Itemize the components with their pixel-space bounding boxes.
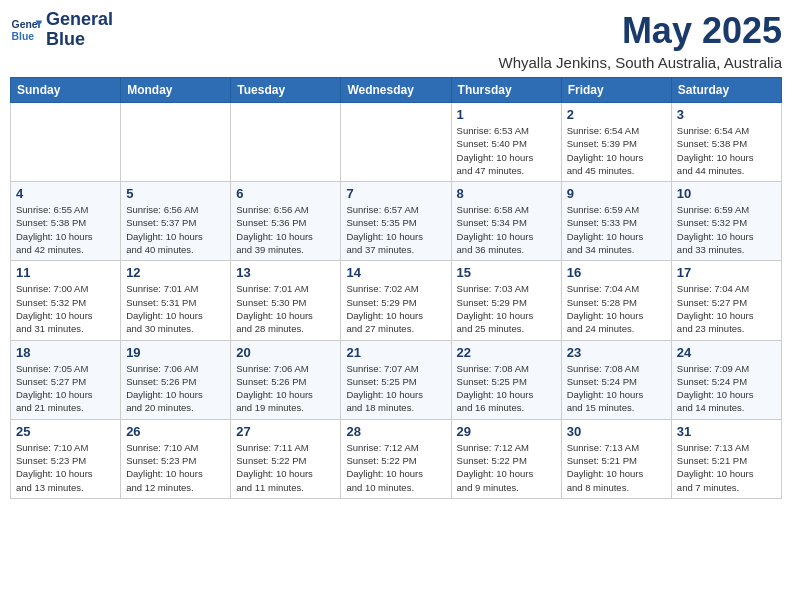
day-number: 7	[346, 186, 445, 201]
day-number: 13	[236, 265, 335, 280]
logo-text: GeneralBlue	[46, 10, 113, 50]
calendar-cell: 29Sunrise: 7:12 AM Sunset: 5:22 PM Dayli…	[451, 419, 561, 498]
calendar-cell: 10Sunrise: 6:59 AM Sunset: 5:32 PM Dayli…	[671, 182, 781, 261]
calendar-cell: 26Sunrise: 7:10 AM Sunset: 5:23 PM Dayli…	[121, 419, 231, 498]
day-header-wednesday: Wednesday	[341, 78, 451, 103]
day-info: Sunrise: 6:54 AM Sunset: 5:39 PM Dayligh…	[567, 124, 666, 177]
calendar-week-row: 25Sunrise: 7:10 AM Sunset: 5:23 PM Dayli…	[11, 419, 782, 498]
day-number: 1	[457, 107, 556, 122]
day-number: 11	[16, 265, 115, 280]
day-info: Sunrise: 7:12 AM Sunset: 5:22 PM Dayligh…	[346, 441, 445, 494]
calendar-cell: 2Sunrise: 6:54 AM Sunset: 5:39 PM Daylig…	[561, 103, 671, 182]
subtitle: Whyalla Jenkins, South Australia, Austra…	[499, 54, 782, 71]
calendar-cell	[11, 103, 121, 182]
calendar-table: SundayMondayTuesdayWednesdayThursdayFrid…	[10, 77, 782, 499]
day-info: Sunrise: 7:08 AM Sunset: 5:24 PM Dayligh…	[567, 362, 666, 415]
day-header-tuesday: Tuesday	[231, 78, 341, 103]
calendar-cell	[121, 103, 231, 182]
day-number: 8	[457, 186, 556, 201]
day-info: Sunrise: 7:01 AM Sunset: 5:30 PM Dayligh…	[236, 282, 335, 335]
calendar-cell: 9Sunrise: 6:59 AM Sunset: 5:33 PM Daylig…	[561, 182, 671, 261]
day-info: Sunrise: 7:06 AM Sunset: 5:26 PM Dayligh…	[126, 362, 225, 415]
day-info: Sunrise: 7:08 AM Sunset: 5:25 PM Dayligh…	[457, 362, 556, 415]
calendar-cell: 11Sunrise: 7:00 AM Sunset: 5:32 PM Dayli…	[11, 261, 121, 340]
day-number: 5	[126, 186, 225, 201]
calendar-week-row: 4Sunrise: 6:55 AM Sunset: 5:38 PM Daylig…	[11, 182, 782, 261]
calendar-cell: 13Sunrise: 7:01 AM Sunset: 5:30 PM Dayli…	[231, 261, 341, 340]
day-info: Sunrise: 6:56 AM Sunset: 5:36 PM Dayligh…	[236, 203, 335, 256]
day-number: 30	[567, 424, 666, 439]
day-number: 6	[236, 186, 335, 201]
day-number: 25	[16, 424, 115, 439]
calendar-cell: 22Sunrise: 7:08 AM Sunset: 5:25 PM Dayli…	[451, 340, 561, 419]
day-info: Sunrise: 7:11 AM Sunset: 5:22 PM Dayligh…	[236, 441, 335, 494]
day-number: 9	[567, 186, 666, 201]
day-number: 26	[126, 424, 225, 439]
calendar-cell	[231, 103, 341, 182]
calendar-cell: 17Sunrise: 7:04 AM Sunset: 5:27 PM Dayli…	[671, 261, 781, 340]
day-info: Sunrise: 6:58 AM Sunset: 5:34 PM Dayligh…	[457, 203, 556, 256]
calendar-cell: 14Sunrise: 7:02 AM Sunset: 5:29 PM Dayli…	[341, 261, 451, 340]
day-number: 31	[677, 424, 776, 439]
day-header-saturday: Saturday	[671, 78, 781, 103]
svg-text:Blue: Blue	[12, 30, 35, 41]
logo-icon: General Blue	[10, 14, 42, 46]
day-info: Sunrise: 6:54 AM Sunset: 5:38 PM Dayligh…	[677, 124, 776, 177]
calendar-cell: 28Sunrise: 7:12 AM Sunset: 5:22 PM Dayli…	[341, 419, 451, 498]
logo: General Blue GeneralBlue	[10, 10, 113, 50]
calendar-cell: 5Sunrise: 6:56 AM Sunset: 5:37 PM Daylig…	[121, 182, 231, 261]
day-info: Sunrise: 7:04 AM Sunset: 5:27 PM Dayligh…	[677, 282, 776, 335]
calendar-cell: 4Sunrise: 6:55 AM Sunset: 5:38 PM Daylig…	[11, 182, 121, 261]
day-info: Sunrise: 7:07 AM Sunset: 5:25 PM Dayligh…	[346, 362, 445, 415]
day-info: Sunrise: 7:03 AM Sunset: 5:29 PM Dayligh…	[457, 282, 556, 335]
day-info: Sunrise: 7:09 AM Sunset: 5:24 PM Dayligh…	[677, 362, 776, 415]
day-number: 24	[677, 345, 776, 360]
calendar-cell: 16Sunrise: 7:04 AM Sunset: 5:28 PM Dayli…	[561, 261, 671, 340]
calendar-cell: 31Sunrise: 7:13 AM Sunset: 5:21 PM Dayli…	[671, 419, 781, 498]
calendar-week-row: 18Sunrise: 7:05 AM Sunset: 5:27 PM Dayli…	[11, 340, 782, 419]
day-info: Sunrise: 7:13 AM Sunset: 5:21 PM Dayligh…	[677, 441, 776, 494]
day-number: 16	[567, 265, 666, 280]
day-number: 28	[346, 424, 445, 439]
day-header-sunday: Sunday	[11, 78, 121, 103]
day-info: Sunrise: 6:57 AM Sunset: 5:35 PM Dayligh…	[346, 203, 445, 256]
day-info: Sunrise: 7:00 AM Sunset: 5:32 PM Dayligh…	[16, 282, 115, 335]
day-info: Sunrise: 7:01 AM Sunset: 5:31 PM Dayligh…	[126, 282, 225, 335]
day-info: Sunrise: 7:13 AM Sunset: 5:21 PM Dayligh…	[567, 441, 666, 494]
day-header-thursday: Thursday	[451, 78, 561, 103]
day-number: 21	[346, 345, 445, 360]
calendar-cell: 30Sunrise: 7:13 AM Sunset: 5:21 PM Dayli…	[561, 419, 671, 498]
calendar-cell: 7Sunrise: 6:57 AM Sunset: 5:35 PM Daylig…	[341, 182, 451, 261]
day-info: Sunrise: 7:05 AM Sunset: 5:27 PM Dayligh…	[16, 362, 115, 415]
calendar-week-row: 11Sunrise: 7:00 AM Sunset: 5:32 PM Dayli…	[11, 261, 782, 340]
day-info: Sunrise: 7:06 AM Sunset: 5:26 PM Dayligh…	[236, 362, 335, 415]
day-number: 20	[236, 345, 335, 360]
day-info: Sunrise: 7:10 AM Sunset: 5:23 PM Dayligh…	[16, 441, 115, 494]
day-info: Sunrise: 6:56 AM Sunset: 5:37 PM Dayligh…	[126, 203, 225, 256]
calendar-cell: 27Sunrise: 7:11 AM Sunset: 5:22 PM Dayli…	[231, 419, 341, 498]
day-number: 23	[567, 345, 666, 360]
day-header-friday: Friday	[561, 78, 671, 103]
calendar-cell: 8Sunrise: 6:58 AM Sunset: 5:34 PM Daylig…	[451, 182, 561, 261]
day-number: 14	[346, 265, 445, 280]
calendar-header-row: SundayMondayTuesdayWednesdayThursdayFrid…	[11, 78, 782, 103]
calendar-cell: 23Sunrise: 7:08 AM Sunset: 5:24 PM Dayli…	[561, 340, 671, 419]
calendar-cell: 15Sunrise: 7:03 AM Sunset: 5:29 PM Dayli…	[451, 261, 561, 340]
day-number: 17	[677, 265, 776, 280]
title-area: May 2025 Whyalla Jenkins, South Australi…	[499, 10, 782, 71]
calendar-cell: 19Sunrise: 7:06 AM Sunset: 5:26 PM Dayli…	[121, 340, 231, 419]
day-number: 4	[16, 186, 115, 201]
day-info: Sunrise: 7:04 AM Sunset: 5:28 PM Dayligh…	[567, 282, 666, 335]
main-title: May 2025	[499, 10, 782, 52]
day-number: 3	[677, 107, 776, 122]
day-info: Sunrise: 6:59 AM Sunset: 5:32 PM Dayligh…	[677, 203, 776, 256]
day-number: 19	[126, 345, 225, 360]
day-number: 2	[567, 107, 666, 122]
calendar-cell: 1Sunrise: 6:53 AM Sunset: 5:40 PM Daylig…	[451, 103, 561, 182]
calendar-cell: 24Sunrise: 7:09 AM Sunset: 5:24 PM Dayli…	[671, 340, 781, 419]
day-number: 29	[457, 424, 556, 439]
calendar-cell	[341, 103, 451, 182]
calendar-cell: 20Sunrise: 7:06 AM Sunset: 5:26 PM Dayli…	[231, 340, 341, 419]
day-number: 15	[457, 265, 556, 280]
day-number: 27	[236, 424, 335, 439]
